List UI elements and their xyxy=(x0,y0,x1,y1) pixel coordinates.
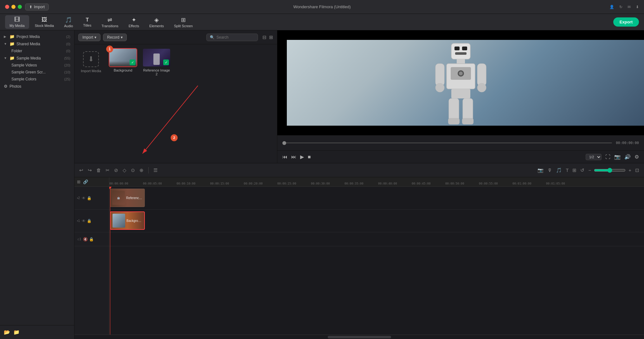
lock-icon[interactable]: 🔗 xyxy=(83,179,88,184)
v1-lock-button[interactable]: 🔒 xyxy=(87,219,92,223)
svg-rect-6 xyxy=(462,47,467,50)
svg-rect-8 xyxy=(457,59,465,64)
a1-mute-button[interactable]: 🔇 xyxy=(83,237,88,242)
import-window-button[interactable]: ⬆ Import xyxy=(25,3,49,10)
disconnect-button[interactable]: ⊘ xyxy=(113,166,119,174)
export-button[interactable]: Export xyxy=(613,17,639,27)
ruler-mark-10: 00:00:50:00 xyxy=(445,182,479,185)
ruler-mark-5: 00:00:25:00 xyxy=(277,182,311,185)
refresh-icon: ↻ xyxy=(619,5,622,9)
toolbar-item-stock-media[interactable]: 🖼 Stock Media xyxy=(30,15,59,29)
track-row-v2: 🤖 Reference Image 2 xyxy=(109,187,644,210)
grid-button[interactable]: ⊞ xyxy=(571,166,577,174)
zoom-slider[interactable] xyxy=(594,168,626,173)
sidebar-item-folder[interactable]: Folder (0) xyxy=(0,47,74,54)
import-dropdown-button[interactable]: Import ▾ xyxy=(78,34,100,41)
grid-view-icon[interactable]: ⊞ xyxy=(269,35,273,40)
delete-clip-button[interactable]: 🗑 xyxy=(95,166,102,174)
play-button[interactable]: ▶ xyxy=(300,154,304,160)
ruler-mark-13: 00:01:05:00 xyxy=(546,182,580,185)
sidebar-item-sample-green[interactable]: Sample Green Scr... (10) xyxy=(0,69,74,76)
search-input[interactable] xyxy=(216,35,254,40)
toolbar-separator xyxy=(148,167,149,173)
toolbar-item-audio[interactable]: 🎵 Audio xyxy=(60,15,77,29)
camera-button[interactable]: 📷 xyxy=(537,166,544,174)
settings-button[interactable]: ⚙ xyxy=(634,154,639,160)
title-track-button[interactable]: T xyxy=(565,166,570,174)
volume-button[interactable]: 🔊 xyxy=(624,154,631,160)
sidebar-item-shared-media[interactable]: ▼ 📁 Shared Media (0) xyxy=(0,40,74,47)
media-thumb-reference[interactable]: ✓ Reference Image 2 xyxy=(142,48,171,76)
minimize-button[interactable] xyxy=(11,5,16,9)
mic-button[interactable]: 🎙 xyxy=(546,166,553,174)
expand-icon: ▼ xyxy=(4,56,8,60)
track-row-v1: Background xyxy=(109,210,644,232)
ruler-mark-1: 00:00:05:00 xyxy=(143,182,177,185)
a1-lock-button[interactable]: 🔒 xyxy=(89,237,94,242)
sidebar-item-sample-colors[interactable]: Sample Colors (25) xyxy=(0,76,74,83)
redo-button[interactable]: ↪ xyxy=(87,166,93,174)
time-slider[interactable] xyxy=(282,142,612,143)
clip-background[interactable]: Background xyxy=(110,211,145,230)
maximize-button[interactable] xyxy=(18,5,22,9)
skip-back-button[interactable]: ⏮ xyxy=(282,154,287,160)
undo-button[interactable]: ↩ xyxy=(78,166,84,174)
sidebar-item-sample-videos[interactable]: Sample Videos (20) xyxy=(0,62,74,69)
ruler-mark-4: 00:00:20:00 xyxy=(244,182,277,185)
fit-button[interactable]: ⊡ xyxy=(634,166,640,174)
ruler-mark-7: 00:00:35:00 xyxy=(345,182,378,185)
playhead[interactable] xyxy=(110,187,110,335)
record-dropdown-button[interactable]: Record ▾ xyxy=(103,34,127,41)
toolbar-item-transitions[interactable]: ⇌ Transitions xyxy=(97,15,123,29)
snapshot-button[interactable]: 📷 xyxy=(614,154,621,160)
fullscreen-button[interactable]: ⛶ xyxy=(605,154,610,160)
sidebar-item-project-media[interactable]: ▶ 📁 Project Media (2) xyxy=(0,33,74,40)
media-browser: Import ▾ Record ▾ 🔍 ⊟ ⊞ xyxy=(74,30,277,163)
zoom-out-button[interactable]: − xyxy=(587,166,592,174)
toolbar-item-split-screen[interactable]: ⊞ Split Screen xyxy=(170,15,197,29)
snap-icon[interactable]: ⊞ xyxy=(77,179,80,184)
step-back-button[interactable]: ⏭ xyxy=(291,154,296,160)
clip-reference-image-2[interactable]: 🤖 Reference Image 2 xyxy=(110,189,145,207)
toolbar-item-effects[interactable]: ✦ Effects xyxy=(124,15,144,29)
v2-eye-button[interactable]: 👁 xyxy=(82,196,86,200)
preview-controls: 00:00:00:00 xyxy=(277,135,644,150)
track-label-v1: ▪1 👁 🔒 xyxy=(74,210,109,232)
folder-icon: 📁 xyxy=(10,41,15,46)
v2-lock-button[interactable]: 🔒 xyxy=(87,196,92,200)
v1-eye-button[interactable]: 👁 xyxy=(82,219,86,223)
transform-button[interactable]: ⊕ xyxy=(138,166,145,174)
sidebar-item-sample-media[interactable]: ▼ 📁 Sample Media (55) xyxy=(0,54,74,62)
import-icon: ⬆ xyxy=(29,5,32,9)
a1-track-icons: 🔇 🔒 xyxy=(83,237,94,242)
toolbar-item-titles[interactable]: T Titles xyxy=(79,16,96,28)
toolbar-item-elements[interactable]: ◈ Elements xyxy=(145,15,168,29)
titlebar: ⬆ Import Wondershare Filmora (Untitled) … xyxy=(0,0,644,14)
search-icon: 🔍 xyxy=(210,35,215,40)
robot-scene xyxy=(277,30,644,135)
sidebar-item-photos[interactable]: ⚙ Photos xyxy=(0,83,74,90)
content-area: Import ▾ Record ▾ 🔍 ⊟ ⊞ xyxy=(74,30,644,339)
zoom-in-button[interactable]: + xyxy=(628,166,632,174)
media-thumb-background[interactable]: 1 ✓ Background xyxy=(109,48,137,76)
timeline-toolbar: ↩ ↪ 🗑 ✂ ⊘ ◇ ⊙ ⊕ ☰ 📷 🎙 🎵 T ⊞ ↺ − xyxy=(74,163,644,177)
import-media-button[interactable]: ⬇ Import Media xyxy=(78,48,104,76)
stop-button[interactable]: ■ xyxy=(308,154,311,160)
list-button[interactable]: ☰ xyxy=(152,166,158,174)
marker-button[interactable]: ◇ xyxy=(122,166,127,174)
folder-import-icon[interactable]: 📁 xyxy=(13,329,20,335)
clip-thumb-background xyxy=(113,214,125,228)
audio-track-button[interactable]: 🎵 xyxy=(555,166,563,174)
thumb-check-background: ✓ xyxy=(130,60,135,65)
cut-button[interactable]: ✂ xyxy=(105,166,111,174)
svg-rect-5 xyxy=(454,47,460,50)
timeline-scrollbar[interactable] xyxy=(74,335,644,339)
toolbar-item-my-media[interactable]: 🎞 My Media xyxy=(5,15,29,29)
timeline-body: ⊞ 🔗 ▪2 👁 🔒 ▪1 xyxy=(74,177,644,335)
quality-select[interactable]: 1/2 xyxy=(586,154,602,160)
loop-button[interactable]: ↺ xyxy=(579,166,585,174)
close-button[interactable] xyxy=(5,5,9,9)
timer-button[interactable]: ⊙ xyxy=(130,166,136,174)
filter-icon[interactable]: ⊟ xyxy=(262,35,267,40)
folder-add-icon[interactable]: 📂 xyxy=(4,329,10,335)
